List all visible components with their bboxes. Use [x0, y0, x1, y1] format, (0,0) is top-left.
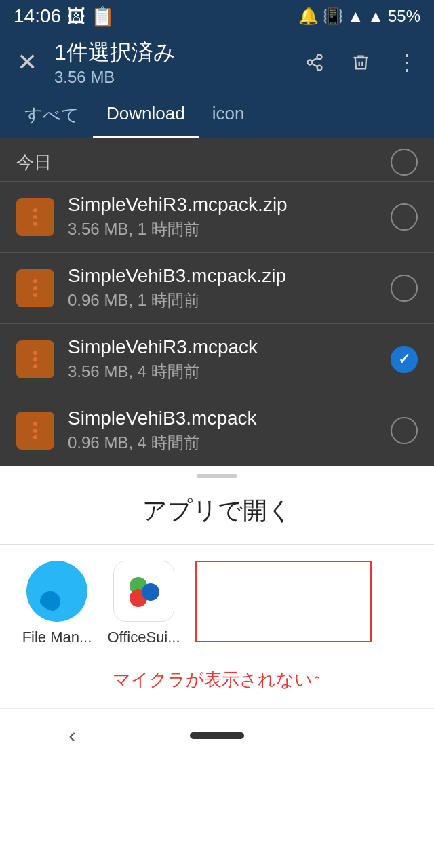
file-icon-1: [16, 198, 54, 236]
svg-point-7: [142, 583, 159, 601]
section-header: 今日: [0, 138, 434, 181]
warning-text: マイクラが表示されない↑: [0, 663, 434, 708]
delete-button[interactable]: [344, 46, 377, 79]
copy-icon: 📋: [91, 5, 115, 28]
close-button[interactable]: ✕: [11, 46, 43, 79]
action-bar-icons: ⋮: [298, 46, 423, 79]
tab-all[interactable]: すべて: [11, 92, 93, 138]
file-item[interactable]: SimpleVehiB3.mcpack.zip 0.96 MB, 1 時間前: [0, 252, 434, 323]
bottom-sheet: アプリで開く File Man...: [0, 466, 434, 708]
file-item[interactable]: SimpleVehiR3.mcpack.zip 3.56 MB, 1 時間前: [0, 181, 434, 252]
app-item-officesuite[interactable]: OfficeSui...: [103, 561, 184, 646]
signal-icon: ▲: [368, 7, 384, 26]
file-meta-1: 3.56 MB, 1 時間前: [68, 218, 391, 240]
nav-bar: ‹: [0, 708, 434, 762]
file-item[interactable]: SimpleVehiB3.mcpack 0.96 MB, 4 時間前: [0, 395, 434, 466]
file-info-2: SimpleVehiB3.mcpack.zip 0.96 MB, 1 時間前: [68, 265, 391, 311]
action-bar-title: 1件選択済み 3.56 MB: [54, 38, 288, 87]
file-name-3: SimpleVehiR3.mcpack: [68, 336, 391, 358]
file-checkbox-3[interactable]: [391, 346, 418, 373]
bottom-sheet-handle: [197, 474, 237, 478]
selection-subtitle: 3.56 MB: [54, 68, 288, 87]
app-name-officesuite: OfficeSui...: [107, 629, 180, 646]
officesuite-logo: [120, 568, 167, 615]
file-icon-2: [16, 269, 54, 307]
bottom-sheet-title: アプリで開く: [0, 494, 434, 544]
selection-title: 1件選択済み: [54, 38, 288, 68]
file-info-1: SimpleVehiR3.mcpack.zip 3.56 MB, 1 時間前: [68, 194, 391, 240]
tab-icon[interactable]: icon: [199, 92, 258, 138]
app-item-filemanager[interactable]: File Man...: [16, 561, 98, 646]
app-empty-minecraft-box: [195, 561, 372, 642]
tabs: すべて Download icon: [0, 92, 434, 138]
file-meta-3: 3.56 MB, 4 時間前: [68, 361, 391, 382]
file-name-4: SimpleVehiB3.mcpack: [68, 408, 391, 429]
action-bar: ✕ 1件選択済み 3.56 MB ⋮: [0, 33, 434, 92]
share-button[interactable]: [298, 46, 331, 79]
status-time: 14:06: [14, 5, 61, 27]
file-checkbox-4[interactable]: [391, 417, 418, 444]
file-info-3: SimpleVehiR3.mcpack 3.56 MB, 4 時間前: [68, 336, 391, 382]
section-label: 今日: [16, 151, 52, 174]
svg-line-3: [312, 64, 317, 67]
svg-point-2: [317, 66, 322, 71]
status-left: 14:06 🖼 📋: [14, 5, 115, 28]
file-name-2: SimpleVehiB3.mcpack.zip: [68, 265, 391, 287]
file-info-4: SimpleVehiB3.mcpack 0.96 MB, 4 時間前: [68, 408, 391, 454]
file-icon-4: [16, 412, 54, 450]
home-button[interactable]: [190, 732, 244, 739]
wifi-icon: ▲: [347, 7, 363, 26]
file-icon-3: [16, 340, 54, 378]
app-icon-officesuite: [113, 561, 174, 622]
file-list-area: 今日 SimpleVehiR3.mcpack.zip 3.56 MB, 1 時間…: [0, 138, 434, 466]
settings-icon: 🔔: [298, 7, 319, 26]
back-button[interactable]: ‹: [45, 715, 100, 756]
file-meta-4: 0.96 MB, 4 時間前: [68, 432, 391, 454]
app-name-filemanager: File Man...: [22, 629, 92, 646]
svg-line-4: [312, 58, 317, 62]
photo-icon: 🖼: [66, 5, 85, 28]
file-item[interactable]: SimpleVehiR3.mcpack 3.56 MB, 4 時間前: [0, 323, 434, 395]
tab-download[interactable]: Download: [93, 92, 199, 138]
file-name-1: SimpleVehiR3.mcpack.zip: [68, 194, 391, 216]
svg-point-1: [308, 60, 313, 65]
file-meta-2: 0.96 MB, 1 時間前: [68, 290, 391, 311]
divider: [0, 544, 434, 545]
svg-point-0: [317, 54, 322, 59]
select-all-checkbox[interactable]: [391, 149, 418, 176]
file-checkbox-2[interactable]: [391, 275, 418, 302]
app-row: File Man... OfficeSui...: [0, 561, 434, 663]
status-bar: 14:06 🖼 📋 🔔 📳 ▲ ▲ 55%: [0, 0, 434, 33]
vibrate-icon: 📳: [323, 7, 343, 26]
more-button[interactable]: ⋮: [391, 46, 423, 79]
battery-text: 55%: [388, 7, 420, 26]
file-checkbox-1[interactable]: [391, 203, 418, 231]
app-icon-filemanager: [26, 561, 87, 622]
status-right: 🔔 📳 ▲ ▲ 55%: [298, 7, 420, 26]
